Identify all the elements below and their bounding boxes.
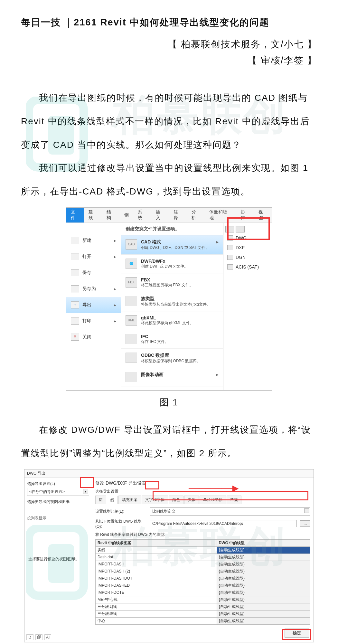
submenu-family[interactable]: 族类型将族类型从当前族导出到文本(.txt)文件。 (121, 292, 223, 311)
tab-layer[interactable]: 层 (95, 496, 106, 504)
cad-icon: CAD (126, 239, 137, 250)
chevron-right-icon: ▸ (114, 238, 116, 243)
label-linetype-scale: 设置线型比例(L): (95, 509, 147, 514)
menu-close[interactable]: 关闭 (66, 329, 121, 345)
figure-1-caption: 图 1 (21, 396, 317, 409)
table-row[interactable]: IMPORT-DASHDOT{自动生成线型} (96, 575, 310, 582)
th: Revit 中的线条图案 (96, 539, 217, 546)
submenu-dwf[interactable]: 🌐DWF/DWFx创建 DWF 或 DWFx 文件。 (121, 255, 223, 273)
submenu-ifc[interactable]: IFC保存 IFC 文件。 (121, 330, 223, 349)
submenu-odbc[interactable]: ODBC 数据库将模型数据保存到 ODBC 数据库。 (121, 349, 223, 368)
flyout-sat[interactable]: ACIS (SAT) (223, 262, 272, 272)
icon[interactable]: 🗋 (26, 634, 33, 640)
cell: IMPORT-DASHED (96, 582, 217, 589)
cell: IMPORT-DASH (96, 561, 217, 568)
table-row[interactable]: 实线{自动生成线型} (96, 546, 310, 554)
label-load-from: 从以下位置加载 DWG 线型(O): (95, 519, 147, 529)
dwg-export-left: 选择导出设置(L) <任务中的导出设置>▾ 选择要导出的视图和图纸 按列表显示 … (24, 478, 92, 642)
item-sub: 将此模型保存为 gbXML 文件。 (141, 320, 194, 326)
item-label: DGN (236, 255, 246, 260)
ribbon-tab[interactable]: 插入 (151, 208, 169, 223)
item-title: CAD 格式 (141, 239, 209, 245)
item-label: ACIS (SAT) (236, 264, 259, 270)
menu-label: 另存为 (82, 286, 96, 292)
submenu-image-anim[interactable]: 图像和动画▸ (121, 368, 223, 386)
new-icon (71, 237, 79, 244)
ribbon-tab-file[interactable]: 文件 (66, 208, 84, 223)
cell: MEP中心线 (96, 596, 217, 603)
cell: {自动生成线型} (217, 575, 310, 582)
cell: Dash dot (96, 554, 217, 561)
submenu-header: 创建交换文件并设置选项。 (121, 223, 223, 235)
browse-button[interactable]: ... (300, 520, 310, 527)
linetype-map-table: Revit 中的线条图案DWG 中的线型 实线{自动生成线型}Dash dot{… (95, 539, 310, 625)
tab-pattern[interactable]: 填充图案 (118, 496, 141, 504)
table-row[interactable]: IMPORT-DOTE{自动生成线型} (96, 589, 310, 596)
export-icon (71, 301, 79, 308)
chevron-right-icon: ▸ (216, 239, 219, 244)
cell: {自动生成线型} (217, 589, 310, 596)
table-row[interactable]: 三分段虚线{自动生成线型} (96, 610, 310, 617)
highlight-box (80, 477, 94, 488)
table-row[interactable]: IMPORT-DASHED{自动生成线型} (96, 582, 310, 589)
table-row[interactable]: IMPORT-DASH (2){自动生成线型} (96, 568, 310, 575)
family-icon (126, 296, 137, 306)
icon[interactable]: AI (44, 634, 51, 640)
submenu-gbxml[interactable]: XMLgbXML将此模型保存为 gbXML 文件。 (121, 311, 223, 330)
item-label: DXF (236, 245, 245, 250)
cell: {自动生成线型} (217, 610, 310, 617)
combo-value: <任务中的导出设置> (29, 489, 65, 494)
cell: {自动生成线型} (217, 568, 310, 575)
gbxml-icon: XML (126, 315, 137, 326)
dgn-icon (227, 255, 233, 260)
reviewer: 【 审核/李签 】 (21, 54, 317, 67)
cell: {自动生成线型} (217, 582, 310, 589)
chevron-right-icon: ▸ (114, 254, 116, 259)
odbc-icon (126, 353, 137, 363)
cad-format-flyout: DWG DXF DGN ACIS (SAT) (223, 223, 272, 390)
ribbon-tab[interactable]: 钢 (120, 211, 133, 220)
menu-export[interactable]: 导出▸ (66, 297, 121, 313)
ribbon-tab[interactable]: 结构 (102, 208, 120, 223)
menu-label: 保存 (82, 270, 91, 276)
icon[interactable]: 🗐 (35, 634, 42, 640)
submenu-cad-format[interactable]: CADCAD 格式创建 DWG、DXF、DGN 或 SAT 文件。▸ (121, 235, 223, 255)
close-icon (71, 334, 79, 341)
submenu-fbx[interactable]: FBXFBX将三维视图另存为 FBX 文件。 (121, 273, 223, 292)
item-title: gbXML (141, 315, 194, 320)
table-row[interactable]: 三分段划线{自动生成线型} (96, 603, 310, 610)
flyout-dxf[interactable]: DXF (223, 243, 272, 252)
print-icon (71, 317, 79, 325)
cell: {自动生成线型} (217, 554, 310, 561)
ribbon-tab[interactable]: 建筑 (84, 208, 102, 223)
ribbon-tab[interactable]: 系统 (133, 208, 151, 223)
cell: IMPORT-DOTE (96, 589, 217, 596)
table-row[interactable]: IMPORT-DASH{自动生成线型} (96, 561, 310, 568)
item-title: FBX (141, 277, 193, 282)
table-row[interactable]: MEP中心线{自动生成线型} (96, 596, 310, 603)
combo-value: C:\Program Files\Autodesk\Revit 2019\ACA… (152, 521, 243, 526)
tab-line[interactable]: 线 (107, 496, 118, 504)
load-path-input[interactable]: C:\Program Files\Autodesk\Revit 2019\ACA… (150, 520, 297, 527)
flyout-dgn[interactable]: DGN (223, 252, 272, 262)
ribbon-tab[interactable]: 注释 (169, 208, 187, 223)
combo-value: 比例线型定义 (152, 509, 175, 514)
table-row[interactable]: 中心{自动生成线型} (96, 617, 310, 624)
menu-print[interactable]: 打印▸ (66, 313, 121, 329)
ribbon-tab[interactable]: 分析 (187, 208, 205, 223)
label: 按列表显示 (27, 516, 89, 521)
menu-save[interactable]: 保存 (66, 265, 121, 281)
menu-saveas[interactable]: 另存为▸ (66, 281, 121, 297)
highlight-box (227, 217, 270, 240)
item-sub: 保存 IFC 文件。 (141, 339, 169, 345)
menu-open[interactable]: 打开▸ (66, 249, 121, 265)
chevron-right-icon: ▸ (114, 318, 116, 324)
outer-dialog-title: DWG 导出 (24, 469, 314, 478)
cell: {自动生成线型} (217, 617, 310, 624)
export-setup-combo[interactable]: <任务中的导出设置>▾ (27, 488, 89, 496)
highlight-box (282, 629, 311, 640)
cell: {自动生成线型} (217, 546, 310, 554)
linetype-scale-combo[interactable]: 比例线型定义 (150, 507, 310, 516)
table-row[interactable]: Dash dot{自动生成线型} (96, 554, 310, 561)
menu-new[interactable]: 新建▸ (66, 232, 121, 249)
